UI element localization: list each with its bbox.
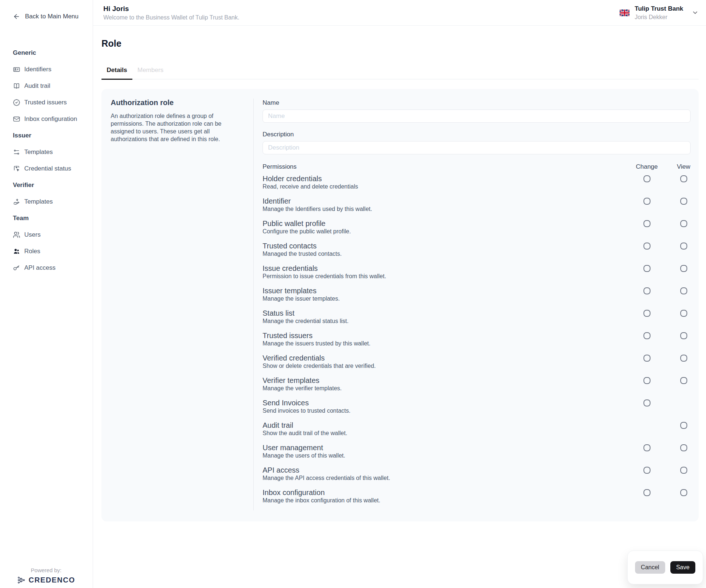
sliders-icon	[13, 148, 20, 156]
view-radio[interactable]	[680, 444, 687, 451]
permission-row-user-management: User managementManage the users of this …	[263, 443, 699, 459]
sidebar-section-title-verifier: Verifier	[13, 182, 87, 189]
view-radio[interactable]	[680, 175, 687, 182]
view-radio[interactable]	[680, 220, 687, 227]
org-name: Tulip Trust Bank	[635, 5, 683, 12]
change-radio[interactable]	[643, 287, 650, 294]
permission-description: Manage the credential status list.	[263, 318, 625, 325]
permission-row-api-access: API accessManage the API access credenti…	[263, 466, 699, 482]
panel-description: An authorization role defines a group of…	[111, 112, 242, 143]
id-card-icon	[13, 66, 20, 73]
permission-description: Manage the inbox configuration of this w…	[263, 497, 625, 504]
permission-row-holder-credentials: Holder credentialsRead, receive and dele…	[263, 174, 699, 190]
sidebar-item-label: Identifiers	[24, 66, 51, 73]
tab-bar: DetailsMembers	[101, 67, 699, 79]
permission-title: Holder credentials	[263, 174, 625, 183]
permission-row-issue-credentials: Issue credentialsPermission to issue cre…	[263, 264, 699, 280]
permission-row-inbox-configuration: Inbox configurationManage the inbox conf…	[263, 488, 699, 504]
permission-title: Trusted issuers	[263, 331, 625, 340]
sidebar-item-api-access[interactable]: API access	[13, 264, 87, 272]
cancel-button[interactable]: Cancel	[635, 561, 665, 574]
page-title: Role	[101, 39, 699, 48]
change-radio[interactable]	[643, 310, 650, 317]
change-radio[interactable]	[643, 489, 650, 496]
book-open-icon	[13, 82, 20, 90]
sidebar-item-label: Trusted issuers	[24, 99, 67, 106]
tab-details[interactable]: Details	[101, 67, 132, 80]
save-button[interactable]: Save	[670, 561, 695, 574]
view-column-header: View	[668, 163, 699, 171]
sidebar-section-title-issuer: Issuer	[13, 132, 87, 139]
change-radio[interactable]	[643, 399, 650, 406]
permission-title: Send Invoices	[263, 398, 625, 407]
change-radio[interactable]	[643, 198, 650, 205]
permissions-label: Permissions	[263, 163, 625, 171]
change-radio[interactable]	[643, 377, 650, 384]
view-radio[interactable]	[680, 489, 687, 496]
view-radio[interactable]	[680, 332, 687, 339]
change-radio[interactable]	[643, 175, 650, 182]
sidebar-item-trusted-issuers[interactable]: Trusted issuers	[13, 99, 87, 106]
credenco-brand: CREDENCO	[0, 576, 92, 584]
permission-description: Manage the verifier templates.	[263, 385, 625, 392]
change-radio[interactable]	[643, 444, 650, 451]
view-radio[interactable]	[680, 377, 687, 384]
permission-title: Inbox configuration	[263, 488, 625, 497]
permission-description: Show the audit trail of the wallet.	[263, 430, 625, 437]
sidebar-item-inbox-configuration[interactable]: Inbox configuration	[13, 115, 87, 123]
sidebar-item-audit-trail[interactable]: Audit trail	[13, 82, 87, 90]
role-form: Name Description Permissions Change View…	[254, 98, 699, 510]
greeting-subtitle: Welcome to the Business Wallet of Tulip …	[103, 14, 239, 21]
change-radio[interactable]	[643, 243, 650, 250]
sidebar-item-users[interactable]: Users	[13, 231, 87, 239]
account-text: Tulip Trust Bank Joris Dekker	[635, 5, 683, 21]
permissions-header: Permissions Change View	[263, 163, 699, 171]
view-radio[interactable]	[680, 310, 687, 317]
name-label: Name	[263, 99, 691, 107]
view-radio[interactable]	[680, 355, 687, 362]
chevron-down-icon	[692, 9, 699, 16]
change-radio[interactable]	[643, 265, 650, 272]
roles-icon	[13, 248, 20, 255]
view-radio[interactable]	[680, 422, 687, 429]
view-radio[interactable]	[680, 265, 687, 272]
permission-row-verified-credentials: Verified credentialsShow or delete crede…	[263, 354, 699, 370]
arrow-left-icon	[13, 13, 20, 20]
view-radio[interactable]	[680, 243, 687, 250]
sidebar-item-label: Users	[24, 231, 40, 239]
users-icon	[13, 231, 20, 239]
change-radio[interactable]	[643, 332, 650, 339]
powered-by-label: Powered by:	[0, 567, 92, 573]
permission-description: Manage the users of this wallet.	[263, 452, 625, 459]
uk-flag-icon	[620, 10, 630, 16]
permission-title: Verifier templates	[263, 376, 625, 385]
description-input[interactable]	[263, 141, 691, 154]
description-label: Description	[263, 131, 691, 138]
change-radio[interactable]	[643, 355, 650, 362]
tab-members[interactable]: Members	[132, 67, 169, 80]
sidebar-item-identifiers[interactable]: Identifiers	[13, 66, 87, 73]
permission-description: Manage the issuers trusted by this walle…	[263, 340, 625, 347]
view-radio[interactable]	[680, 287, 687, 294]
name-input[interactable]	[263, 110, 691, 123]
change-radio[interactable]	[643, 467, 650, 474]
sidebar-item-templates[interactable]: Templates	[13, 198, 87, 205]
mail-icon	[13, 115, 20, 123]
permission-title: Public wallet profile	[263, 219, 625, 228]
permission-title: Identifier	[263, 197, 625, 205]
view-radio[interactable]	[680, 198, 687, 205]
permission-title: API access	[263, 466, 625, 474]
permission-title: Issue credentials	[263, 264, 625, 273]
account-menu[interactable]: Tulip Trust Bank Joris Dekker	[620, 5, 699, 21]
greeting-block: Hi Joris Welcome to the Business Wallet …	[103, 5, 239, 21]
back-to-main-menu-button[interactable]: Back to Main Menu	[13, 12, 87, 21]
change-radio[interactable]	[643, 220, 650, 227]
role-details-card: Authorization role An authorization role…	[101, 89, 699, 521]
view-radio[interactable]	[680, 467, 687, 474]
change-column-header: Change	[625, 163, 668, 171]
sidebar-item-roles[interactable]: Roles	[13, 248, 87, 255]
permission-description: Manage the issuer templates.	[263, 295, 625, 302]
sidebar-item-templates[interactable]: Templates	[13, 148, 87, 156]
sidebar-item-credential-status[interactable]: Credential status	[13, 165, 87, 172]
permission-title: Audit trail	[263, 421, 625, 430]
